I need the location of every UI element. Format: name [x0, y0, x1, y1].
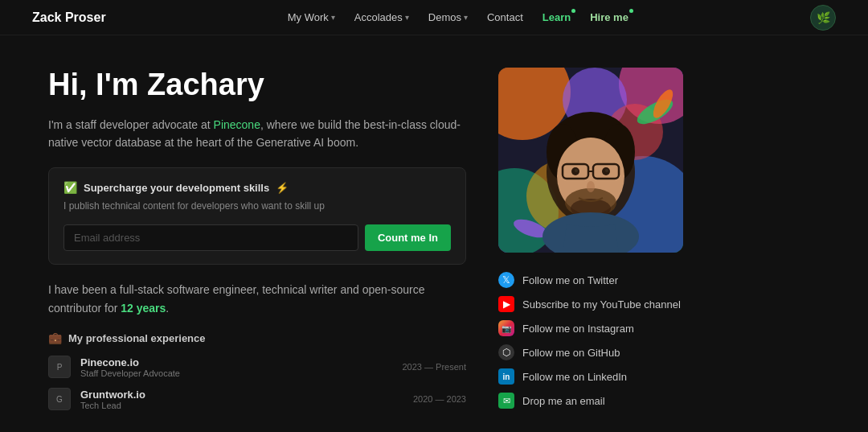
newsletter-form: Count me In — [63, 224, 451, 251]
nav-demos[interactable]: Demos ▾ — [428, 11, 468, 23]
count-me-in-button[interactable]: Count me In — [365, 224, 451, 251]
briefcase-icon: 💼 — [48, 331, 62, 344]
nav-my-work[interactable]: My Work ▾ — [288, 11, 335, 23]
newsletter-box: ✅ Supercharge your development skills ⚡ … — [48, 167, 466, 265]
social-item-github[interactable]: ⬡ Follow me on GitHub — [498, 344, 723, 360]
experience-item-pinecone[interactable]: P Pinecone.io Staff Developer Advocate 2… — [48, 356, 466, 378]
github-label: Follow me on GitHub — [522, 347, 620, 359]
email-label: Drop me an email — [522, 395, 605, 407]
years-description: I have been a full-stack software engine… — [48, 281, 466, 317]
svg-point-23 — [575, 169, 578, 172]
instagram-icon: 📷 — [498, 320, 514, 336]
chevron-down-icon: ▾ — [405, 13, 409, 22]
profile-image — [498, 68, 683, 253]
twitter-label: Follow me on Twitter — [522, 274, 618, 286]
svg-point-25 — [587, 181, 595, 192]
newsletter-description: I publish technical content for develope… — [63, 199, 451, 213]
newsletter-header: ✅ Supercharge your development skills ⚡ — [63, 181, 451, 194]
social-item-instagram[interactable]: 📷 Follow me on Instagram — [498, 320, 723, 336]
experience-section-title: My professional experience — [68, 332, 206, 344]
nav-learn[interactable]: Learn — [542, 11, 571, 23]
subtitle-before: I'm a staff developer advocate at — [48, 118, 214, 131]
experience-header: 💼 My professional experience — [48, 331, 466, 344]
nav-hire-me[interactable]: Hire me — [590, 11, 628, 23]
linkedin-icon: in — [498, 368, 514, 385]
pinecone-info: Pinecone.io Staff Developer Advocate — [80, 356, 393, 378]
email-input[interactable] — [63, 224, 358, 251]
gruntwork-company: Gruntwork.io — [80, 389, 403, 401]
twitter-icon: 𝕏 — [498, 272, 514, 288]
years-text-before: I have been a full-stack software engine… — [48, 283, 425, 314]
social-item-youtube[interactable]: ▶ Subscribe to my YouTube channel — [498, 296, 723, 312]
nav-contact[interactable]: Contact — [487, 11, 523, 23]
gruntwork-logo: G — [48, 388, 71, 410]
instagram-label: Follow me on Instagram — [522, 323, 634, 335]
navigation: Zack Proser My Work ▾ Accolades ▾ Demos … — [0, 0, 868, 35]
social-item-twitter[interactable]: 𝕏 Follow me on Twitter — [498, 272, 723, 288]
hero-title: Hi, I'm Zachary — [48, 68, 466, 103]
github-icon: ⬡ — [498, 344, 514, 360]
pinecone-role: Staff Developer Advocate — [80, 368, 393, 378]
main-content: Hi, I'm Zachary I'm a staff developer ad… — [0, 35, 868, 432]
left-column: Hi, I'm Zachary I'm a staff developer ad… — [48, 68, 466, 416]
years-highlight: 12 years — [121, 302, 166, 315]
pinecone-logo: P — [48, 356, 71, 378]
social-item-email[interactable]: ✉ Drop me an email — [498, 393, 723, 409]
youtube-icon: ▶ — [498, 296, 514, 312]
email-icon: ✉ — [498, 393, 514, 409]
right-column: 𝕏 Follow me on Twitter ▶ Subscribe to my… — [498, 68, 723, 416]
avatar-icon: 🌿 — [817, 11, 830, 24]
nav-links: My Work ▾ Accolades ▾ Demos ▾ Contact Le… — [288, 11, 628, 23]
gruntwork-role: Tech Lead — [80, 401, 403, 410]
youtube-label: Subscribe to my YouTube channel — [522, 298, 681, 311]
experience-item-gruntwork[interactable]: G Gruntwork.io Tech Lead 2020 — 2023 — [48, 388, 466, 410]
avatar[interactable]: 🌿 — [810, 5, 836, 31]
social-links: 𝕏 Follow me on Twitter ▶ Subscribe to my… — [498, 272, 723, 409]
pinecone-company: Pinecone.io — [80, 356, 393, 368]
pinecone-link[interactable]: Pinecone — [214, 118, 260, 131]
svg-point-24 — [605, 169, 608, 172]
site-logo[interactable]: Zack Proser — [32, 10, 106, 25]
pinecone-dates: 2023 — Present — [403, 362, 467, 372]
chevron-down-icon: ▾ — [331, 13, 335, 22]
newsletter-check-icon: ✅ — [63, 181, 77, 194]
chevron-down-icon: ▾ — [464, 13, 468, 22]
nav-accolades[interactable]: Accolades ▾ — [354, 11, 409, 23]
linkedin-label: Follow me on LinkedIn — [522, 371, 627, 383]
gruntwork-info: Gruntwork.io Tech Lead — [80, 389, 403, 410]
gruntwork-dates: 2020 — 2023 — [413, 394, 466, 404]
hero-subtitle: I'm a staff developer advocate at Pineco… — [48, 116, 466, 152]
social-item-linkedin[interactable]: in Follow me on LinkedIn — [498, 368, 723, 385]
experience-section: I have been a full-stack software engine… — [48, 281, 466, 410]
newsletter-title: Supercharge your development skills — [84, 182, 269, 194]
portrait-svg — [498, 68, 683, 253]
years-text-after: . — [166, 302, 169, 315]
lightning-icon: ⚡ — [276, 182, 289, 194]
